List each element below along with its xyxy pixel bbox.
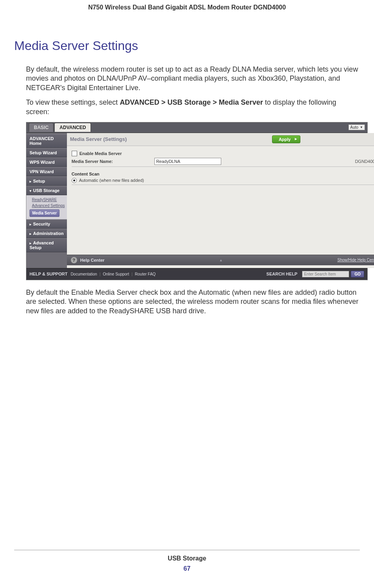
language-label: Auto: [350, 125, 359, 129]
divider: [72, 166, 374, 167]
sidebar-item-vpn-wizard[interactable]: VPN Wizard: [26, 167, 67, 176]
automatic-scan-label: Automatic (when new files added): [79, 178, 144, 183]
tab-bar: BASIC ADVANCED Auto ▼: [26, 122, 367, 133]
paragraph-nav-path: ADVANCED > USB Storage > Media Server: [120, 98, 263, 106]
help-center-bar: ? Help Center ▲ Show/Hide Help Center: [67, 255, 374, 265]
language-select[interactable]: Auto ▼: [348, 124, 365, 130]
chevron-right-icon: ▸: [30, 179, 31, 183]
paragraph-intro: By default, the wireless modem router is…: [14, 65, 360, 92]
sidebar-item-administration[interactable]: ▸Administration: [26, 229, 67, 238]
sidebar-item-advanced-setup[interactable]: ▸Advanced Setup: [26, 238, 67, 252]
sidebar-item-security[interactable]: ▸Security: [26, 219, 67, 229]
paragraph-nav-pre: To view these settings, select: [26, 98, 120, 106]
sidebar-sub-advanced-settings[interactable]: Advanced Settings: [32, 203, 67, 209]
footer-page-number: 67: [0, 565, 374, 572]
page-header-title: N750 Wireless Dual Band Gigabit ADSL Mod…: [14, 4, 360, 11]
help-icon[interactable]: ?: [71, 257, 77, 263]
chevron-down-icon: ▾: [30, 189, 31, 193]
section-heading: Media Server Settings: [14, 39, 360, 53]
media-server-name-input[interactable]: ReadyDLNA: [154, 158, 221, 165]
divider-icon: |: [131, 272, 133, 276]
enable-row: Enable Media Server: [72, 151, 374, 156]
paragraph-default-options: By default the Enable Media Server check…: [14, 288, 360, 316]
sidebar-item-advanced-setup-label: Advanced Setup: [30, 240, 54, 250]
footer-link-online-support[interactable]: Online Support: [103, 272, 129, 276]
panel-content: Enable Media Server Media Server Name: R…: [67, 146, 374, 255]
footer-link-router-faq[interactable]: Router FAQ: [135, 272, 156, 276]
enable-media-server-checkbox[interactable]: [72, 151, 77, 156]
go-button[interactable]: GO: [351, 271, 364, 277]
chevron-right-icon: ▸: [30, 232, 31, 236]
sidebar-item-advanced-home[interactable]: ADVANCED Home: [26, 134, 67, 148]
sidebar: ADVANCED Home Setup Wizard WPS Wizard VP…: [26, 133, 67, 268]
media-server-name-label: Media Server Name:: [72, 159, 131, 164]
panel-title: Media Server (Settings): [70, 136, 127, 142]
chevron-right-icon: ▸: [30, 222, 31, 226]
content-scan-heading: Content Scan: [72, 172, 374, 176]
footer-bar: HELP & SUPPORT Documentation | Online Su…: [26, 268, 367, 280]
tab-advanced[interactable]: ADVANCED: [54, 123, 91, 132]
sidebar-sub-media-server[interactable]: Media Server: [30, 209, 59, 217]
enable-media-server-label: Enable Media Server: [80, 151, 122, 156]
sidebar-sub-readyshare[interactable]: ReadySHARE: [32, 197, 67, 203]
sidebar-item-setup-wizard[interactable]: Setup Wizard: [26, 148, 67, 157]
sidebar-item-setup[interactable]: ▸Setup: [26, 176, 67, 186]
collapse-arrow-icon[interactable]: ▲: [104, 258, 337, 262]
divider: [72, 185, 374, 185]
paragraph-nav: To view these settings, select ADVANCED …: [14, 98, 360, 116]
main-panel: Media Server (Settings) Apply Enable Med…: [67, 133, 374, 268]
sidebar-item-usb-storage[interactable]: ▾USB Storage: [26, 186, 67, 195]
apply-button[interactable]: Apply: [272, 135, 301, 143]
model-label: DGND4000: [355, 159, 374, 164]
router-ui-screenshot: BASIC ADVANCED Auto ▼ ADVANCED Home Setu…: [26, 122, 368, 280]
chevron-down-icon: ▼: [360, 126, 363, 129]
search-help-input[interactable]: Enter Search Item: [302, 271, 349, 277]
sidebar-item-setup-label: Setup: [33, 179, 45, 183]
show-hide-help-link[interactable]: Show/Hide Help Center: [337, 258, 374, 262]
scan-option-row: Automatic (when new files added): [72, 178, 374, 183]
name-row: Media Server Name: ReadyDLNA DGND4000: [72, 158, 374, 165]
chevron-right-icon: ▸: [30, 241, 31, 245]
sidebar-item-usb-storage-label: USB Storage: [33, 188, 59, 193]
automatic-scan-radio[interactable]: [72, 178, 77, 183]
search-help-label: SEARCH HELP: [267, 272, 298, 276]
sidebar-subgroup-usb: ReadySHARE Advanced Settings Media Serve…: [26, 195, 67, 219]
divider-icon: |: [100, 272, 101, 276]
help-center-label: Help Center: [80, 258, 105, 263]
sidebar-item-security-label: Security: [33, 222, 50, 226]
footer-section-label: USB Storage: [0, 555, 374, 562]
tab-basic[interactable]: BASIC: [29, 123, 54, 132]
footer-link-documentation[interactable]: Documentation: [70, 272, 97, 276]
sidebar-item-administration-label: Administration: [33, 231, 64, 236]
panel-titlebar: Media Server (Settings) Apply: [67, 133, 374, 146]
sidebar-item-wps-wizard[interactable]: WPS Wizard: [26, 157, 67, 167]
help-support-label: HELP & SUPPORT: [30, 272, 67, 276]
page-footer: USB Storage 67: [0, 550, 374, 572]
